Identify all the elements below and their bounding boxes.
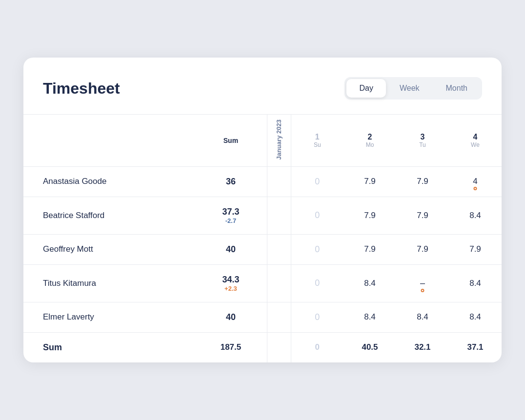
- month-separator: [267, 166, 291, 197]
- table-header-row: Sum January 2023 1 Su 2 Mo 3: [23, 115, 502, 166]
- employee-name: Elmer Laverty: [23, 302, 195, 332]
- day-value: 7.9: [396, 234, 449, 264]
- footer-separator: [267, 332, 291, 362]
- day-value: 7.9: [343, 234, 396, 264]
- timesheet-table: Sum January 2023 1 Su 2 Mo 3: [23, 114, 502, 362]
- table-row: Beatrice Stafford37.3-2.707.97.98.4: [23, 197, 502, 234]
- day-value: 8.4: [449, 197, 502, 234]
- footer-day-value: 32.1: [396, 332, 449, 362]
- employee-name: Anastasia Goode: [23, 166, 195, 197]
- day-value: 7.9: [343, 197, 396, 234]
- view-toggle: Day Week Month: [344, 77, 482, 100]
- table-row: Elmer Laverty4008.48.48.4: [23, 302, 502, 332]
- view-week-button[interactable]: Week: [387, 79, 432, 98]
- day-value-zero: 0: [291, 197, 343, 234]
- day-value: 8.4: [449, 264, 502, 302]
- table-footer: Sum187.5040.532.137.1: [23, 332, 502, 362]
- day-value: 7.9: [396, 197, 449, 234]
- day-value-zero: 0: [291, 234, 343, 264]
- view-day-button[interactable]: Day: [346, 79, 385, 98]
- footer-total: 187.5: [195, 332, 267, 362]
- view-month-button[interactable]: Month: [433, 79, 480, 98]
- month-label-header: January 2023: [267, 115, 291, 166]
- timesheet-card: Timesheet Day Week Month Sum January 202…: [23, 58, 502, 362]
- month-label: January 2023: [275, 115, 283, 164]
- month-separator: [267, 234, 291, 264]
- month-separator: [267, 197, 291, 234]
- month-separator: [267, 302, 291, 332]
- day-value: 4: [449, 166, 502, 197]
- sum-value: 40: [195, 302, 267, 332]
- month-separator: [267, 264, 291, 302]
- sum-value: 36: [195, 166, 267, 197]
- footer-row: Sum187.5040.532.137.1: [23, 332, 502, 362]
- day-value-zero: 0: [291, 166, 343, 197]
- day-value-zero: 0: [291, 264, 343, 302]
- table-wrap: Sum January 2023 1 Su 2 Mo 3: [23, 114, 502, 362]
- table-row: Titus Kitamura34.3+2.308.4–8.4: [23, 264, 502, 302]
- page-title: Timesheet: [43, 80, 120, 98]
- day-value-zero: 0: [291, 302, 343, 332]
- table-body: Anastasia Goode3607.97.94Beatrice Staffo…: [23, 166, 502, 332]
- day-value: 8.4: [343, 302, 396, 332]
- day-2-header: 2 Mo: [343, 115, 396, 166]
- day-1-header: 1 Su: [291, 115, 343, 166]
- day-value: 7.9: [449, 234, 502, 264]
- day-value: 7.9: [343, 166, 396, 197]
- name-column-header: [23, 115, 195, 166]
- day-value-dash: –: [396, 264, 449, 302]
- footer-label: Sum: [23, 332, 195, 362]
- employee-name: Beatrice Stafford: [23, 197, 195, 234]
- sum-value: 37.3-2.7: [195, 197, 267, 234]
- day-3-header: 3 Tu: [396, 115, 449, 166]
- day-value: 8.4: [343, 264, 396, 302]
- table-row: Anastasia Goode3607.97.94: [23, 166, 502, 197]
- sum-value: 34.3+2.3: [195, 264, 267, 302]
- sum-value: 40: [195, 234, 267, 264]
- sum-column-header: Sum: [195, 115, 267, 166]
- day-value: 7.9: [396, 166, 449, 197]
- footer-day-value: 0: [291, 332, 343, 362]
- footer-day-value: 40.5: [343, 332, 396, 362]
- employee-name: Titus Kitamura: [23, 264, 195, 302]
- table-row: Geoffrey Mott4007.97.97.9: [23, 234, 502, 264]
- footer-day-value: 37.1: [449, 332, 502, 362]
- day-value: 8.4: [396, 302, 449, 332]
- card-header: Timesheet Day Week Month: [23, 77, 502, 114]
- day-value: 8.4: [449, 302, 502, 332]
- day-4-header: 4 We: [449, 115, 502, 166]
- employee-name: Geoffrey Mott: [23, 234, 195, 264]
